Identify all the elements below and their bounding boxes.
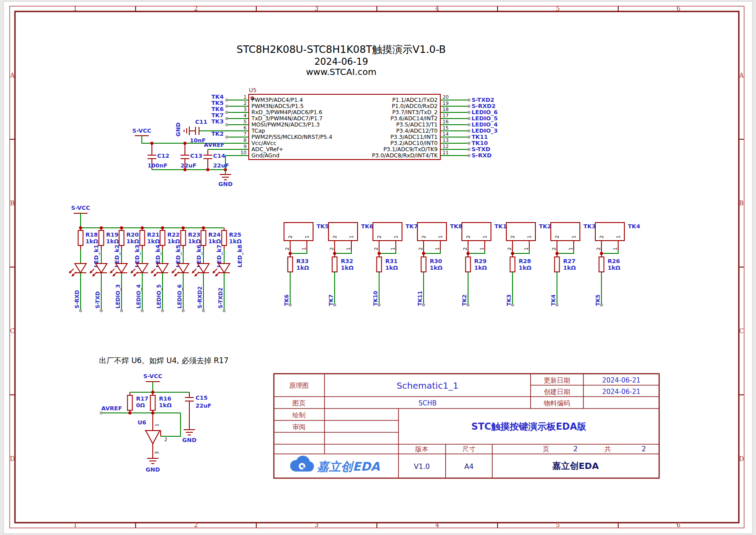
resistor-ref[interactable]: R18 (85, 231, 98, 238)
resistor-symbol[interactable] (99, 230, 104, 245)
resistor-value[interactable]: 1kΩ (430, 264, 443, 271)
resistor-symbol[interactable] (181, 230, 186, 245)
net-label[interactable]: TK4 (550, 294, 557, 306)
sheet-title[interactable]: STC8H2K08U-STC8H1K08T触摸演示V1.0-B (236, 44, 446, 55)
resistor-ref[interactable]: R33 (296, 258, 309, 264)
connector-ref[interactable]: TK4 (628, 223, 640, 230)
resistor-symbol[interactable] (555, 257, 560, 272)
resistor-ref[interactable]: R16 (159, 395, 171, 402)
capacitor-ref[interactable]: C13 (190, 152, 203, 159)
resistor-symbol[interactable] (151, 395, 155, 410)
resistor-value[interactable]: 1kΩ (188, 238, 201, 245)
net-label[interactable]: LEDIO_5 (156, 284, 162, 308)
resistor-ref[interactable]: R19 (106, 231, 118, 238)
connector-ref[interactable]: TK7 (406, 223, 418, 230)
net-label[interactable]: TK2 (461, 294, 468, 306)
net-label[interactable]: TK7 (211, 112, 224, 119)
resistor-symbol[interactable] (599, 257, 604, 272)
net-label[interactable]: S-RXD (472, 152, 492, 159)
net-label[interactable]: TK5 (211, 100, 224, 106)
net-label[interactable]: LEDIO_3 (115, 284, 122, 308)
capacitor-ref[interactable]: C12 (157, 152, 170, 159)
connector-ref[interactable]: TK5 (317, 223, 329, 230)
resistor-symbol[interactable] (222, 230, 227, 245)
net-label-gnd[interactable]: GND (182, 437, 197, 443)
resistor-ref[interactable]: R26 (608, 258, 620, 264)
net-label-avref[interactable]: AVREF (204, 141, 225, 148)
resistor-value[interactable]: 1kΩ (106, 238, 119, 245)
resistor-value[interactable]: 1kΩ (159, 402, 172, 409)
net-label[interactable]: S-TXD2 (218, 287, 224, 308)
led-ref[interactable]: LED_k8 (236, 245, 243, 268)
resistor-symbol[interactable] (377, 257, 382, 272)
capacitor-value[interactable]: 10nF (190, 137, 206, 144)
net-label[interactable]: TK6 (211, 106, 224, 112)
resistor-value[interactable]: 1kΩ (167, 238, 180, 245)
connector-ref[interactable]: TK3 (583, 223, 596, 230)
net-label-gnd[interactable]: GND (218, 181, 233, 187)
resistor-symbol[interactable] (160, 230, 165, 245)
resistor-value[interactable]: 1kΩ (519, 264, 531, 271)
net-label[interactable]: S-TXD (472, 146, 490, 152)
net-label[interactable]: S-TXD2 (472, 97, 494, 103)
net-label[interactable]: TK2 (211, 130, 224, 137)
resistor-symbol[interactable] (421, 257, 426, 272)
resistor-ref[interactable]: R17 (136, 395, 148, 402)
net-label[interactable]: TK3 (506, 294, 512, 306)
resistor-symbol[interactable] (332, 257, 337, 272)
resistor-value[interactable]: 1kΩ (296, 264, 309, 271)
net-label[interactable]: S-RXD2 (197, 286, 203, 308)
net-label-svcc[interactable]: S-VCC (144, 373, 162, 379)
component-ref[interactable]: U5 (249, 87, 257, 93)
resistor-symbol[interactable] (119, 230, 124, 245)
resistor-ref[interactable]: R24 (208, 231, 221, 238)
connector-ref[interactable]: TK8 (450, 223, 462, 230)
resistor-value[interactable]: 1kΩ (385, 264, 398, 271)
net-label-avref[interactable]: AVREF (101, 405, 122, 412)
resistor-symbol[interactable] (78, 230, 83, 245)
resistor-symbol[interactable] (510, 257, 515, 272)
resistor-ref[interactable]: R31 (385, 258, 398, 264)
resistor-symbol[interactable] (466, 257, 471, 272)
net-label[interactable]: LEDIO_6 (177, 284, 183, 308)
resistor-value[interactable]: 1kΩ (229, 238, 242, 245)
resistor-symbol[interactable] (140, 230, 145, 245)
component-ref[interactable]: U6 (137, 419, 146, 426)
capacitor-value[interactable]: 22uF (181, 162, 196, 169)
net-label[interactable]: TK6 (284, 294, 290, 306)
connector-ref[interactable]: TK1 (494, 223, 507, 230)
resistor-value[interactable]: 1kΩ (147, 238, 160, 245)
net-label[interactable]: TK5 (595, 294, 601, 306)
net-label[interactable]: S-TXD (95, 291, 101, 308)
resistor-ref[interactable]: R23 (188, 231, 200, 238)
resistor-value[interactable]: 1kΩ (563, 264, 576, 271)
resistor-ref[interactable]: R25 (229, 231, 241, 238)
resistor-value[interactable]: 1kΩ (341, 264, 354, 271)
sheet-date[interactable]: 2024-06-19 (314, 56, 368, 67)
net-label[interactable]: TK4 (211, 93, 224, 100)
net-label-svcc[interactable]: S-VCC (133, 127, 151, 134)
connector-ref[interactable]: TK2 (539, 223, 551, 230)
resistor-symbol[interactable] (201, 230, 206, 245)
capacitor-ref[interactable]: C15 (195, 394, 208, 401)
capacitor-value[interactable]: 22uF (195, 402, 211, 409)
net-label[interactable]: TK3 (211, 118, 224, 125)
capacitor-value[interactable]: 100nF (148, 162, 167, 169)
net-label[interactable]: S-RXD2 (472, 103, 496, 109)
connector-ref[interactable]: TK6 (361, 223, 373, 230)
net-label-svcc[interactable]: S-VCC (71, 204, 90, 211)
capacitor-ref[interactable]: C11 (195, 119, 207, 125)
resistor-ref[interactable]: R21 (147, 231, 159, 238)
net-label[interactable]: TK11 (472, 134, 488, 140)
net-label[interactable]: S-RXD (74, 290, 80, 308)
net-label[interactable]: LEDIO_4 (136, 284, 142, 308)
assembly-note[interactable]: 出厂不焊 U6。如焊 U4, 必须去掉 R17 (99, 356, 229, 365)
resistor-ref[interactable]: R20 (126, 231, 139, 238)
resistor-symbol[interactable] (128, 395, 133, 410)
resistor-value[interactable]: 1kΩ (208, 238, 221, 245)
net-label-gnd[interactable]: GND (175, 122, 181, 137)
resistor-ref[interactable]: R28 (519, 258, 531, 264)
resistor-ref[interactable]: R27 (563, 258, 575, 264)
schematic-canvas[interactable]: 112233445566AABBCCDDU5PWM3P/ADC4/P1.41TK… (0, 0, 756, 535)
resistor-value[interactable]: 1kΩ (126, 238, 139, 245)
